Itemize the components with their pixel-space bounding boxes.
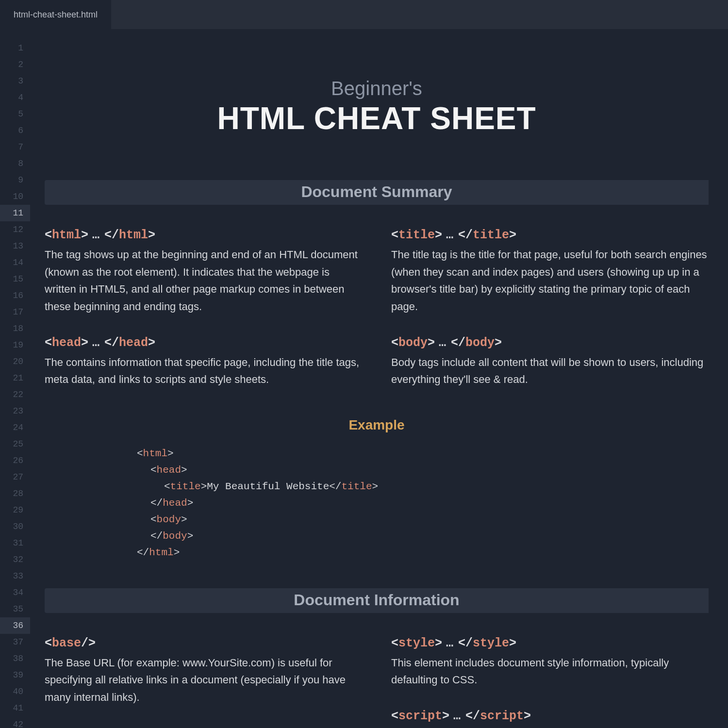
line-number: 17 [0, 304, 30, 320]
line-number: 37 [0, 634, 30, 650]
tag-description: Body tags include all content that will … [391, 354, 709, 388]
tab-filename: html-cheat-sheet.html [14, 10, 98, 20]
line-number: 2 [0, 56, 30, 73]
tag-entry: <head>…</head>The contains information t… [45, 336, 362, 388]
line-number: 39 [0, 667, 30, 683]
line-number: 16 [0, 287, 30, 304]
hero-title: HTML CHEAT SHEET [45, 100, 709, 136]
tag-signature: <script>…</script> [391, 709, 709, 723]
section1-left-column: <html>…</html>The tag shows up at the be… [45, 228, 362, 409]
line-number: 34 [0, 584, 30, 601]
editor-tab[interactable]: html-cheat-sheet.html [0, 0, 112, 29]
tag-description: The contains information that specific p… [45, 354, 362, 388]
line-number: 4 [0, 89, 30, 106]
tag-signature: <style>…</style> [391, 636, 709, 650]
line-number: 31 [0, 535, 30, 551]
line-number-gutter: 1234567891011121314151617181920212223242… [0, 29, 30, 728]
line-number: 12 [0, 221, 30, 238]
tag-description: The title tag is the title for that page… [391, 246, 709, 315]
section1-right-column: <title>…</title>The title tag is the tit… [391, 228, 709, 409]
tag-signature: <body>…</body> [391, 336, 709, 350]
line-number: 36 [0, 617, 30, 634]
line-number: 20 [0, 353, 30, 370]
workspace: 1234567891011121314151617181920212223242… [0, 29, 728, 728]
section1-columns: <html>…</html>The tag shows up at the be… [45, 228, 709, 409]
tag-description: This element includes document style inf… [391, 654, 709, 689]
line-number: 1 [0, 40, 30, 56]
tag-entry: <base/>The Base URL (for example: www.Yo… [45, 636, 362, 706]
tag-entry: <html>…</html>The tag shows up at the be… [45, 228, 362, 315]
tag-description: The tag shows up at the beginning and en… [45, 246, 362, 315]
code-line: </body> [137, 528, 709, 545]
code-line: </head> [137, 495, 709, 512]
tag-entry: <body>…</body>Body tags include all cont… [391, 336, 709, 388]
line-number: 11 [0, 205, 30, 221]
tag-entry: <style>…</style>This element includes do… [391, 636, 709, 689]
line-number: 8 [0, 155, 30, 172]
line-number: 5 [0, 106, 30, 122]
line-number: 42 [0, 716, 30, 728]
line-number: 35 [0, 601, 30, 617]
section-heading: Document Summary [45, 180, 709, 205]
tag-signature: <base/> [45, 636, 362, 650]
line-number: 9 [0, 172, 30, 188]
code-line: <html> [137, 446, 709, 462]
line-number: 25 [0, 436, 30, 452]
line-number: 18 [0, 320, 30, 337]
tab-bar-empty [112, 0, 728, 29]
line-number: 24 [0, 419, 30, 436]
section2-right-column: <style>…</style>This element includes do… [391, 636, 709, 728]
line-number: 23 [0, 403, 30, 419]
line-number: 38 [0, 650, 30, 667]
line-number: 19 [0, 337, 30, 353]
line-number: 15 [0, 271, 30, 287]
line-number: 13 [0, 238, 30, 254]
hero-subtitle: Beginner's [45, 78, 709, 99]
line-number: 30 [0, 518, 30, 535]
tag-description: The Base URL (for example: www.YourSite.… [45, 654, 362, 706]
line-number: 3 [0, 73, 30, 89]
line-number: 27 [0, 469, 30, 485]
code-line: <head> [137, 462, 709, 479]
tag-signature: <html>…</html> [45, 228, 362, 242]
example-code: <html><head><title>My Beautiful Website<… [137, 446, 709, 561]
content-area: Beginner's HTML CHEAT SHEET Document Sum… [30, 29, 728, 728]
line-number: 29 [0, 502, 30, 518]
section2-left-column: <base/>The Base URL (for example: www.Yo… [45, 636, 362, 728]
line-number: 41 [0, 700, 30, 716]
line-number: 7 [0, 139, 30, 155]
line-number: 10 [0, 188, 30, 205]
line-number: 33 [0, 568, 30, 584]
tag-entry: <script>…</script> [391, 709, 709, 723]
line-number: 14 [0, 254, 30, 271]
section2-columns: <base/>The Base URL (for example: www.Yo… [45, 636, 709, 728]
section-heading: Document Information [45, 588, 709, 613]
line-number: 6 [0, 122, 30, 139]
tag-entry: <title>…</title>The title tag is the tit… [391, 228, 709, 315]
line-number: 22 [0, 386, 30, 403]
example-heading: Example [45, 417, 709, 433]
code-line: <title>My Beautiful Website</title> [137, 479, 709, 495]
tag-signature: <head>…</head> [45, 336, 362, 350]
code-line: <body> [137, 512, 709, 528]
line-number: 40 [0, 683, 30, 700]
code-line: </html> [137, 545, 709, 561]
line-number: 26 [0, 452, 30, 469]
tag-signature: <title>…</title> [391, 228, 709, 242]
line-number: 28 [0, 485, 30, 502]
line-number: 21 [0, 370, 30, 386]
tab-bar: html-cheat-sheet.html [0, 0, 728, 29]
line-number: 32 [0, 551, 30, 568]
